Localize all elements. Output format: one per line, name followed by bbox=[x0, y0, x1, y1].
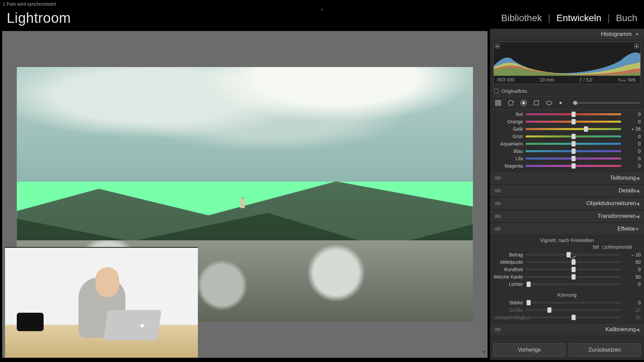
slider-unregel[interactable]: Unregelmäßigkeit50 bbox=[493, 314, 641, 321]
photo-canvas[interactable]: ▾ ✦ bbox=[2, 31, 488, 358]
slider-track[interactable] bbox=[526, 254, 621, 256]
slider-value[interactable]: 0 bbox=[624, 163, 641, 169]
slider-thumb[interactable] bbox=[572, 156, 576, 161]
histogram-graph[interactable]: ▲ ▲ bbox=[494, 42, 640, 76]
panel-teiltonung[interactable]: Teiltonung◀ bbox=[490, 172, 644, 184]
slider-thumb[interactable] bbox=[584, 126, 588, 132]
dropdown-icon[interactable]: : bbox=[635, 244, 637, 250]
radial-tool-icon[interactable] bbox=[545, 99, 553, 107]
slider-value[interactable]: 0 bbox=[624, 119, 641, 124]
module-book[interactable]: Buch bbox=[616, 13, 637, 23]
slider-track[interactable] bbox=[526, 268, 621, 270]
slider-staerke[interactable]: Stärke0 bbox=[493, 299, 641, 306]
panel-effekte[interactable]: Effekte▼ bbox=[490, 223, 644, 235]
slider-value[interactable]: 0 bbox=[624, 282, 641, 287]
slider-value[interactable]: 0 bbox=[624, 267, 641, 272]
panel-switch-icon[interactable] bbox=[495, 202, 501, 205]
slider-value[interactable]: 50 bbox=[624, 274, 641, 280]
slider-orange[interactable]: Orange0 bbox=[493, 118, 641, 125]
slider-thumb[interactable] bbox=[572, 119, 576, 124]
gradient-tool-icon[interactable] bbox=[532, 99, 540, 107]
slider-track[interactable] bbox=[526, 143, 621, 145]
crop-tool-icon[interactable] bbox=[494, 99, 502, 107]
slider-thumb[interactable] bbox=[572, 274, 576, 280]
slider-track[interactable] bbox=[526, 121, 621, 123]
brush-size-slider[interactable] bbox=[573, 102, 640, 104]
brush-tool-icon[interactable] bbox=[558, 99, 566, 107]
slider-kante[interactable]: Weiche Kante50 bbox=[493, 273, 641, 281]
clip-highlights-icon[interactable]: ▲ bbox=[634, 44, 639, 48]
slider-thumb[interactable] bbox=[547, 307, 551, 313]
slider-rund[interactable]: Rundheit0 bbox=[493, 266, 641, 273]
slider-track[interactable] bbox=[526, 276, 621, 278]
slider-track[interactable] bbox=[526, 302, 621, 304]
slider-value[interactable]: 0 bbox=[624, 148, 641, 154]
slider-thumb[interactable] bbox=[572, 141, 576, 146]
slider-rot[interactable]: Rot0 bbox=[493, 111, 641, 118]
slider-thumb[interactable] bbox=[572, 112, 576, 117]
slider-mag[interactable]: Magenta0 bbox=[493, 162, 641, 170]
slider-blau[interactable]: Blau0 bbox=[493, 147, 641, 155]
slider-groesse[interactable]: Größe25 bbox=[493, 306, 641, 314]
slider-gelb[interactable]: Gelb+ 26 bbox=[493, 125, 641, 133]
filmstrip-toggle-icon[interactable]: ▾ bbox=[482, 348, 485, 356]
slider-value[interactable]: 0 bbox=[624, 112, 641, 117]
slider-thumb[interactable] bbox=[572, 134, 576, 139]
slider-track[interactable] bbox=[526, 283, 621, 285]
slider-value[interactable]: 0 bbox=[624, 141, 641, 146]
slider-track[interactable] bbox=[526, 150, 621, 152]
slider-track[interactable] bbox=[526, 165, 621, 167]
module-library[interactable]: Bibliothek bbox=[501, 13, 542, 23]
previous-button[interactable]: Vorherige bbox=[493, 343, 566, 357]
redeye-tool-icon[interactable] bbox=[520, 99, 528, 107]
slider-grun[interactable]: Grün0 bbox=[493, 133, 641, 140]
slider-track[interactable] bbox=[526, 113, 621, 115]
panel-switch-icon[interactable] bbox=[495, 189, 501, 192]
slider-thumb[interactable] bbox=[572, 267, 576, 272]
panel-objektiv[interactable]: Objektivkorrekturen◀ bbox=[490, 197, 644, 210]
slider-track[interactable] bbox=[526, 135, 621, 137]
checkbox-icon[interactable] bbox=[494, 89, 499, 94]
slider-thumb[interactable] bbox=[572, 148, 576, 154]
slider-track[interactable] bbox=[526, 316, 621, 318]
slider-value[interactable]: 0 bbox=[624, 134, 641, 139]
slider-track[interactable] bbox=[526, 261, 621, 263]
slider-lichter[interactable]: Lichter0 bbox=[493, 281, 641, 288]
slider-value[interactable]: 25 bbox=[624, 307, 641, 313]
module-develop[interactable]: Entwickeln bbox=[556, 13, 601, 23]
panel-details[interactable]: Details◀ bbox=[490, 184, 644, 197]
clip-shadows-icon[interactable]: ▲ bbox=[495, 44, 500, 48]
reset-button[interactable]: Zurücksetzen bbox=[569, 343, 641, 357]
slider-mittel[interactable]: Mittelpunkt50 bbox=[493, 258, 641, 266]
panel-kalibrierung[interactable]: Kalibrierung◀ bbox=[490, 323, 644, 336]
slider-value[interactable]: + 26 bbox=[624, 126, 641, 132]
histo-iso: ISO 100 bbox=[497, 77, 514, 82]
panel-switch-icon[interactable] bbox=[495, 176, 501, 180]
slider-thumb[interactable] bbox=[527, 282, 531, 287]
slider-lila[interactable]: Lila0 bbox=[493, 155, 641, 162]
histogram-header[interactable]: Histogramm ▼ bbox=[490, 29, 644, 40]
slider-track[interactable] bbox=[526, 309, 621, 311]
slider-value[interactable]: – 10 bbox=[624, 252, 641, 257]
slider-thumb[interactable] bbox=[527, 300, 531, 305]
slider-track[interactable] bbox=[526, 158, 621, 160]
spot-tool-icon[interactable] bbox=[507, 99, 515, 107]
panel-switch-icon[interactable] bbox=[495, 328, 501, 331]
slider-thumb[interactable] bbox=[572, 315, 576, 320]
slider-thumb[interactable] bbox=[567, 252, 571, 257]
slider-aqua[interactable]: Aquamarin0 bbox=[493, 140, 641, 147]
slider-value[interactable]: 50 bbox=[624, 259, 641, 265]
stil-value[interactable]: Lichterpriorität bbox=[602, 244, 632, 250]
vignette-style-row[interactable]: Stil Lichterpriorität : bbox=[490, 244, 644, 250]
panel-transform[interactable]: Transformieren◀ bbox=[490, 210, 644, 223]
slider-track[interactable] bbox=[526, 128, 621, 130]
slider-thumb[interactable] bbox=[572, 259, 576, 265]
panel-switch-icon[interactable] bbox=[495, 215, 501, 218]
slider-thumb[interactable] bbox=[572, 163, 576, 169]
slider-value[interactable]: 0 bbox=[624, 300, 641, 305]
panel-switch-icon[interactable] bbox=[495, 227, 501, 231]
original-toggle[interactable]: Originalfoto bbox=[490, 86, 644, 96]
slider-value[interactable]: 0 bbox=[624, 156, 641, 161]
slider-betrag[interactable]: Betrag– 10 bbox=[493, 251, 641, 258]
slider-value[interactable]: 50 bbox=[624, 315, 641, 320]
